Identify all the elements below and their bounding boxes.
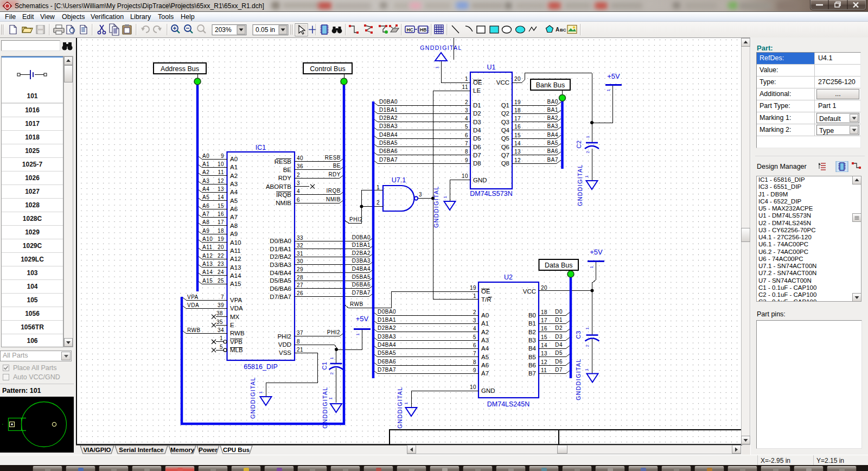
svg-text:D7: D7 <box>473 152 481 158</box>
svg-text:B7: B7 <box>528 370 536 377</box>
svg-text:19: 19 <box>514 99 521 105</box>
svg-text:Q8: Q8 <box>501 160 509 167</box>
svg-text:D0BA0: D0BA0 <box>378 309 396 315</box>
svg-text:39: 39 <box>218 302 224 308</box>
svg-text:1: 1 <box>585 135 590 138</box>
svg-text:1: 1 <box>443 195 448 198</box>
svg-text:17: 17 <box>514 116 521 122</box>
svg-text:13: 13 <box>541 351 547 357</box>
svg-text:VCC: VCC <box>496 79 509 86</box>
svg-text:26: 26 <box>297 290 303 296</box>
svg-text:A3: A3 <box>202 178 209 184</box>
svg-text:24: 24 <box>218 269 224 275</box>
svg-text:7: 7 <box>221 294 224 300</box>
svg-text:23: 23 <box>218 261 224 267</box>
svg-text:D6BA6: D6BA6 <box>379 148 398 154</box>
svg-text:GNDDIGITAL: GNDDIGITAL <box>575 358 582 400</box>
svg-text:A15: A15 <box>202 278 213 284</box>
svg-text:15: 15 <box>514 132 521 138</box>
svg-text:15: 15 <box>541 334 547 340</box>
svg-text:1: 1 <box>376 184 380 190</box>
svg-text:33: 33 <box>297 235 303 241</box>
svg-text:A10: A10 <box>202 236 213 242</box>
svg-text:D5BA5: D5BA5 <box>378 350 396 356</box>
svg-text:C1: C1 <box>321 361 328 370</box>
svg-text:16: 16 <box>541 326 547 332</box>
svg-text:BE: BE <box>333 163 341 169</box>
svg-text:A4: A4 <box>481 345 489 352</box>
svg-text:5: 5 <box>473 334 476 340</box>
svg-text:D7/BA7: D7/BA7 <box>270 294 291 300</box>
svg-text:A4: A4 <box>202 186 209 192</box>
svg-text:38: 38 <box>216 310 223 316</box>
svg-text:+5V: +5V <box>607 72 620 80</box>
svg-text:D6BA6: D6BA6 <box>378 359 396 365</box>
svg-text:VPA: VPA <box>187 294 199 300</box>
svg-text:BC: BC <box>560 28 566 33</box>
svg-text:1: 1 <box>584 175 589 177</box>
svg-text:VSS: VSS <box>279 349 291 356</box>
svg-text:BA4: BA4 <box>547 132 558 138</box>
svg-text:20: 20 <box>218 244 224 250</box>
svg-text:D3: D3 <box>555 334 563 340</box>
svg-text:3: 3 <box>465 107 468 113</box>
svg-text:A11: A11 <box>202 244 213 250</box>
svg-text:D6: D6 <box>473 144 481 150</box>
svg-text:D1BA1: D1BA1 <box>378 317 396 323</box>
svg-text:MX: MX <box>230 314 240 320</box>
svg-text:14: 14 <box>541 342 547 348</box>
svg-text:8: 8 <box>465 149 468 155</box>
svg-text:GNDDIGITAL: GNDDIGITAL <box>397 386 403 428</box>
svg-text:18: 18 <box>218 228 224 234</box>
svg-text:IC1: IC1 <box>256 144 266 151</box>
svg-text:6: 6 <box>473 342 476 348</box>
svg-text:Power: Power <box>199 447 218 453</box>
svg-text:Serial Interface: Serial Interface <box>119 447 163 453</box>
svg-text:T/R: T/R <box>481 296 492 303</box>
svg-text:0.05 in: 0.05 in <box>256 26 275 34</box>
svg-text:B4: B4 <box>528 345 537 352</box>
svg-text:1: 1 <box>258 391 263 393</box>
svg-text:GNDDIGITAL: GNDDIGITAL <box>420 44 462 51</box>
svg-text:D8: D8 <box>473 160 481 167</box>
svg-text:RESB: RESB <box>325 155 341 161</box>
svg-text:D7: D7 <box>555 367 563 373</box>
svg-text:36: 36 <box>297 163 303 169</box>
svg-text:1: 1 <box>589 265 594 268</box>
svg-text:D2BA2: D2BA2 <box>378 325 396 331</box>
svg-text:D4BA4: D4BA4 <box>379 132 398 138</box>
svg-text:A2: A2 <box>230 173 238 179</box>
svg-text:D6/BA6: D6/BA6 <box>270 285 291 292</box>
svg-text:LE: LE <box>473 87 481 94</box>
svg-text:Q3: Q3 <box>501 119 509 125</box>
svg-text:A2: A2 <box>481 329 489 335</box>
svg-text:30: 30 <box>297 258 303 264</box>
svg-text:BA7: BA7 <box>547 157 558 163</box>
svg-text:1: 1 <box>328 397 333 399</box>
svg-text:40: 40 <box>297 155 303 161</box>
svg-text:A0: A0 <box>230 156 238 162</box>
svg-text:1: 1 <box>329 357 334 359</box>
svg-text:14: 14 <box>218 194 224 200</box>
svg-text:Memory: Memory <box>170 447 195 453</box>
svg-text:D3: D3 <box>473 119 481 125</box>
svg-text:7: 7 <box>473 351 476 357</box>
svg-text:D0BA0: D0BA0 <box>352 234 371 240</box>
svg-text:A6: A6 <box>230 206 238 212</box>
svg-text:D4: D4 <box>473 127 481 133</box>
svg-text:VDA: VDA <box>187 302 199 308</box>
svg-text:32: 32 <box>297 243 303 249</box>
svg-text:34: 34 <box>218 327 224 333</box>
svg-text:A13: A13 <box>202 261 213 267</box>
svg-text:Q4: Q4 <box>501 127 510 133</box>
svg-text:A5: A5 <box>230 198 238 204</box>
svg-text:D4/BA4: D4/BA4 <box>270 270 291 276</box>
svg-text:D5BA5: D5BA5 <box>352 274 371 280</box>
svg-text:ABORTB: ABORTB <box>266 183 291 190</box>
svg-text:12: 12 <box>218 178 224 184</box>
svg-text:GNDDIGITAL: GNDDIGITAL <box>577 164 583 206</box>
svg-text:MLB: MLB <box>230 347 243 353</box>
svg-text:31: 31 <box>297 251 303 257</box>
svg-text:4: 4 <box>465 116 468 122</box>
svg-text:BA1: BA1 <box>547 107 558 113</box>
